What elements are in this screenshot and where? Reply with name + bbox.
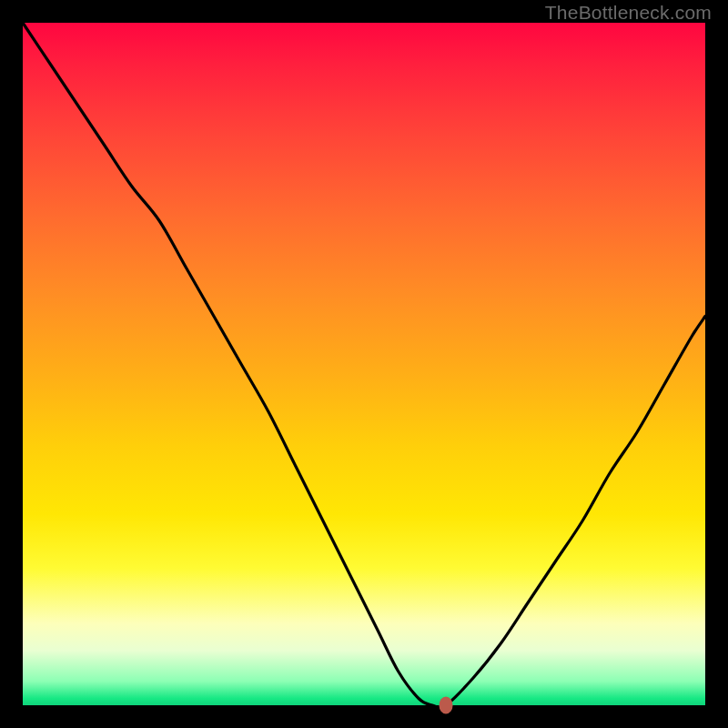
chart-frame: TheBottleneck.com xyxy=(0,0,728,728)
bottleneck-curve xyxy=(23,23,705,705)
optimal-point-marker xyxy=(440,697,453,714)
curve-path xyxy=(23,23,705,708)
watermark-text: TheBottleneck.com xyxy=(545,2,712,24)
plot-area xyxy=(23,23,705,705)
